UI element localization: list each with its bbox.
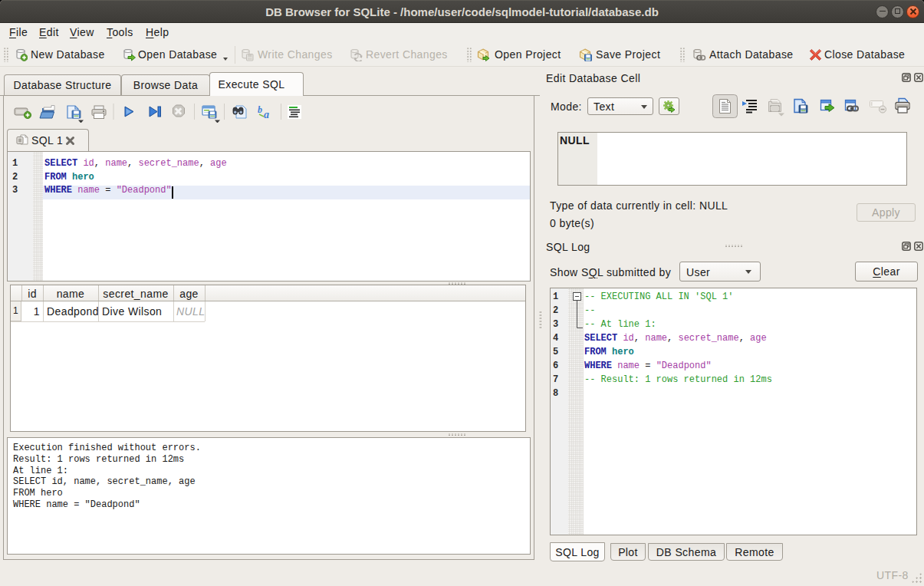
svg-text:a: a <box>264 109 269 120</box>
svg-text:b: b <box>258 104 262 115</box>
